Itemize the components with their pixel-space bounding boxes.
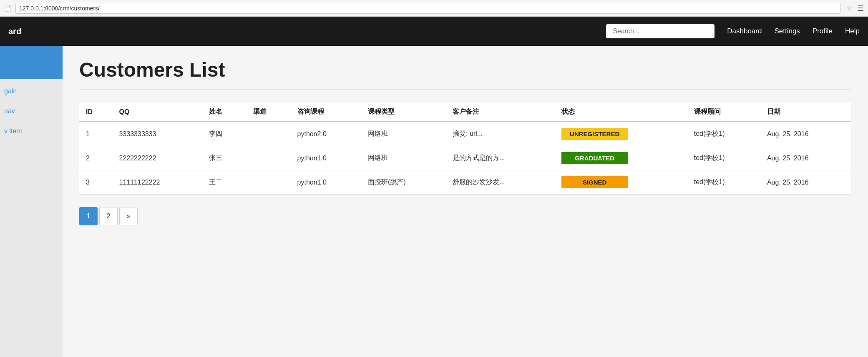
dashboard-link[interactable]: Dashboard <box>727 27 762 35</box>
col-course: 咨询课程 <box>291 102 361 122</box>
table-row[interactable]: 22222222222张三python1.0网络班是的方式是的方...GRADU… <box>79 146 851 170</box>
sidebar-accent-block <box>0 46 63 79</box>
search-input[interactable] <box>606 24 715 38</box>
table-header: ID QQ 姓名 渠道 咨询课程 课程类型 客户备注 状态 课程顾问 日期 <box>79 102 851 122</box>
address-bar[interactable]: 127.0.0.1:8000/crm/customers/ <box>15 3 840 14</box>
brand-label: ard <box>8 27 21 36</box>
col-channel: 渠道 <box>247 102 291 122</box>
page-layout: gain nav v item Customers List ID QQ 姓名 … <box>0 46 868 357</box>
page-next-button[interactable]: » <box>119 207 138 225</box>
table-body: 13333333333李四python2.0网络班摘要: url...UNREG… <box>79 122 851 195</box>
settings-link[interactable]: Settings <box>774 27 800 35</box>
top-nav: ard Dashboard Settings Profile Help <box>0 17 868 46</box>
col-id: ID <box>79 102 112 122</box>
page-1-button[interactable]: 1 <box>79 207 98 225</box>
col-date: 日期 <box>760 102 851 122</box>
col-status: 状态 <box>555 102 687 122</box>
col-course-type: 课程类型 <box>361 102 446 122</box>
table-row[interactable]: 13333333333李四python2.0网络班摘要: url...UNREG… <box>79 122 851 146</box>
col-note: 客户备注 <box>446 102 555 122</box>
browser-menu-icon[interactable]: ☰ <box>857 4 864 13</box>
nav-links: Dashboard Settings Profile Help <box>727 27 860 35</box>
tab-icon: 📄 <box>4 5 11 12</box>
status-badge: UNREGISTERED <box>561 128 628 140</box>
col-advisor: 课程顾问 <box>687 102 760 122</box>
page-2-button[interactable]: 2 <box>99 207 118 225</box>
sidebar-links: gain nav v item <box>0 79 63 143</box>
status-badge: GRADUATED <box>561 152 628 164</box>
status-badge: SIGNED <box>561 176 628 188</box>
sidebar-gain[interactable]: gain <box>4 87 58 95</box>
profile-link[interactable]: Profile <box>813 27 833 35</box>
pagination: 1 2 » <box>79 207 851 225</box>
main-content: Customers List ID QQ 姓名 渠道 咨询课程 课程类型 客户备… <box>63 46 868 357</box>
browser-bar: 📄 127.0.0.1:8000/crm/customers/ ☆ ☰ <box>0 0 868 17</box>
page-title: Customers List <box>79 58 851 81</box>
sidebar-nav[interactable]: nav <box>4 107 58 115</box>
col-name: 姓名 <box>202 102 247 122</box>
title-divider <box>79 90 851 90</box>
table-row[interactable]: 311111122222王二python1.0面授班(脱产)舒服的沙发沙发...… <box>79 170 851 195</box>
customers-table: ID QQ 姓名 渠道 咨询课程 课程类型 客户备注 状态 课程顾问 日期 13… <box>79 102 851 195</box>
help-link[interactable]: Help <box>845 27 860 35</box>
sidebar: gain nav v item <box>0 46 63 357</box>
bookmark-icon[interactable]: ☆ <box>846 4 853 13</box>
col-qq: QQ <box>112 102 202 122</box>
sidebar-vitem[interactable]: v item <box>4 127 58 135</box>
